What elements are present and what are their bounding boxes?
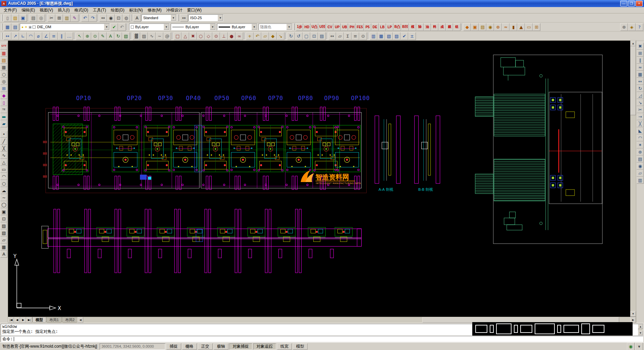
ucs-object-icon[interactable]: ◆: [269, 32, 277, 40]
rotate-icon[interactable]: ↻: [637, 85, 644, 92]
circle-tool-icon[interactable]: ○: [0, 71, 7, 78]
die-tool-DE[interactable]: DE: [371, 23, 379, 31]
layer-previous-icon[interactable]: ↶: [118, 23, 126, 31]
toolbar-grip[interactable]: [1, 14, 2, 21]
ucs-previous-icon[interactable]: ↶: [254, 32, 261, 40]
te-tool-icon[interactable]: TE: [0, 106, 7, 113]
copy-clip-icon[interactable]: ⊞: [55, 14, 63, 22]
ucs-world-icon[interactable]: +: [246, 32, 254, 40]
tab-nav-button[interactable]: |◀: [8, 317, 14, 323]
die-tool-UB[interactable]: UB: [341, 23, 348, 31]
die-guide-post-icon[interactable]: ◉: [486, 23, 494, 31]
region-icon[interactable]: ▱: [0, 236, 7, 244]
dimension-text-edit-icon[interactable]: A: [107, 32, 114, 40]
spline-icon[interactable]: ∼: [0, 194, 7, 201]
die-tool-料[interactable]: 料: [431, 23, 438, 31]
draw-order-icon[interactable]: ▓: [132, 32, 140, 40]
plot-preview-icon[interactable]: ◎: [37, 14, 45, 22]
die-lifter-icon[interactable]: ▲: [517, 23, 525, 31]
move-icon[interactable]: ↔: [637, 78, 644, 85]
list-icon[interactable]: ≡: [352, 32, 359, 40]
menu-冲模设计[interactable]: 冲模设计: [164, 7, 185, 13]
dimension-edit-icon[interactable]: ✎: [99, 32, 107, 40]
dim-linear-icon[interactable]: ↔: [4, 32, 11, 40]
redraw-icon[interactable]: ↻: [287, 32, 295, 40]
communication-center-icon[interactable]: ◉: [627, 343, 635, 350]
vertical-scroll-thumb[interactable]: [630, 46, 636, 115]
mass-properties-icon[interactable]: Σ: [344, 32, 352, 40]
paste-icon[interactable]: ▥: [63, 14, 71, 22]
ellipse-icon[interactable]: ◯: [0, 201, 7, 208]
clamp-tool-icon[interactable]: ▯: [0, 99, 7, 106]
tool-palettes-icon[interactable]: ▧: [385, 32, 393, 40]
teal-fill-icon[interactable]: ▰: [0, 120, 7, 127]
status-toggle-捕捉[interactable]: 捕捉: [166, 343, 181, 350]
design-center-icon[interactable]: ▦: [377, 32, 385, 40]
scroll-down-icon[interactable]: ▼: [630, 311, 636, 317]
properties-palette-icon[interactable]: ▥: [370, 32, 377, 40]
snap-center-icon[interactable]: ○: [197, 32, 205, 40]
toolbar-grip[interactable]: [1, 24, 2, 30]
table-icon[interactable]: ▦: [0, 244, 7, 251]
status-toggle-对象捕捉[interactable]: 对象捕捉: [229, 343, 252, 350]
quick-calc-icon[interactable]: ±: [408, 32, 416, 40]
status-toggle-栅格[interactable]: 栅格: [182, 343, 197, 350]
toolbar-grip[interactable]: [293, 24, 294, 30]
menu-编辑(E)[interactable]: 编辑(E): [19, 7, 37, 13]
plot-icon[interactable]: ▤: [30, 14, 37, 22]
menu-工具(T)[interactable]: 工具(T): [91, 7, 108, 13]
layer-properties-manager-icon[interactable]: ▦: [4, 23, 11, 31]
regen-icon[interactable]: ↺: [295, 32, 303, 40]
zoom-all-icon[interactable]: ▢: [303, 32, 310, 40]
die-tool-FE5[interactable]: FE5: [356, 23, 364, 31]
dim-style-combo[interactable]: ISO-25 ▼: [189, 14, 223, 21]
tab-布局1[interactable]: 布局1: [46, 317, 62, 323]
toolbar-grip[interactable]: [178, 14, 179, 21]
combo-arrow-icon[interactable]: ▼: [286, 24, 292, 30]
new-file-icon[interactable]: ▯: [4, 14, 11, 22]
die-tool-CV[interactable]: CV: [326, 23, 333, 31]
menu-绘图(D)[interactable]: 绘图(D): [108, 7, 127, 13]
extend-icon[interactable]: →: [637, 113, 644, 120]
region-tool-icon[interactable]: ▱: [637, 170, 644, 177]
scroll-up-icon[interactable]: ▲: [630, 41, 636, 46]
pan-view-icon[interactable]: ▤: [637, 156, 644, 163]
die-tool-HD[interactable]: HD: [303, 23, 311, 31]
die-settings-icon[interactable]: ⊕: [620, 23, 628, 31]
zoom-extents-icon[interactable]: ⊡: [310, 32, 318, 40]
hatch-icon[interactable]: ▨: [0, 222, 7, 229]
die-pin-icon[interactable]: ▮: [509, 23, 517, 31]
center-mark-icon[interactable]: ⊙: [91, 32, 99, 40]
hatch-edit-icon[interactable]: ▨: [140, 32, 148, 40]
snap-perpendicular-icon[interactable]: ⊥: [220, 32, 228, 40]
quick-dimension-icon[interactable]: ≡: [50, 32, 58, 40]
menu-标注(N)[interactable]: 标注(N): [127, 7, 145, 13]
tab-模型[interactable]: 模型: [32, 317, 46, 323]
snap-nearest-icon[interactable]: ∞: [235, 32, 243, 40]
ucs-origin-icon[interactable]: ↘: [277, 32, 284, 40]
die-tool-成[interactable]: 成: [438, 23, 446, 31]
color-palette-icon[interactable]: ▤: [0, 57, 7, 64]
toolbar-grip[interactable]: [1, 33, 2, 39]
dim-angular-icon[interactable]: ∠: [42, 32, 50, 40]
save-file-icon[interactable]: ▣: [19, 14, 27, 22]
drawing-canvas[interactable]: OP10OP20OP30OP40OP50OP60OP70OP80OP90OP10…: [8, 41, 630, 317]
tab-布局2[interactable]: 布局2: [62, 317, 78, 323]
snap-intersection-icon[interactable]: ✖: [189, 32, 197, 40]
id-point-icon[interactable]: ⊙: [359, 32, 367, 40]
die-stripper-icon[interactable]: ▭: [525, 23, 533, 31]
zoom-window-icon[interactable]: ⊡: [115, 14, 122, 22]
zoom-previous-icon[interactable]: ◍: [122, 14, 130, 22]
arc-icon[interactable]: ◠: [0, 173, 7, 180]
die-punch-icon[interactable]: ◆: [463, 23, 471, 31]
combo-arrow-icon[interactable]: ▼: [210, 24, 215, 30]
snap-quadrant-icon[interactable]: ◇: [205, 32, 212, 40]
area-icon[interactable]: ▱: [336, 32, 344, 40]
named-views-icon[interactable]: ▤: [318, 32, 326, 40]
stt-tool-icon[interactable]: STT: [0, 43, 7, 50]
die-tool-U凸[interactable]: U凸: [311, 23, 318, 31]
menu-窗口(W)[interactable]: 窗口(W): [185, 7, 204, 13]
die-tool-U凹[interactable]: U凹: [318, 23, 326, 31]
line-icon[interactable]: ╱: [0, 138, 7, 145]
die-tool-组[interactable]: 组: [453, 23, 461, 31]
